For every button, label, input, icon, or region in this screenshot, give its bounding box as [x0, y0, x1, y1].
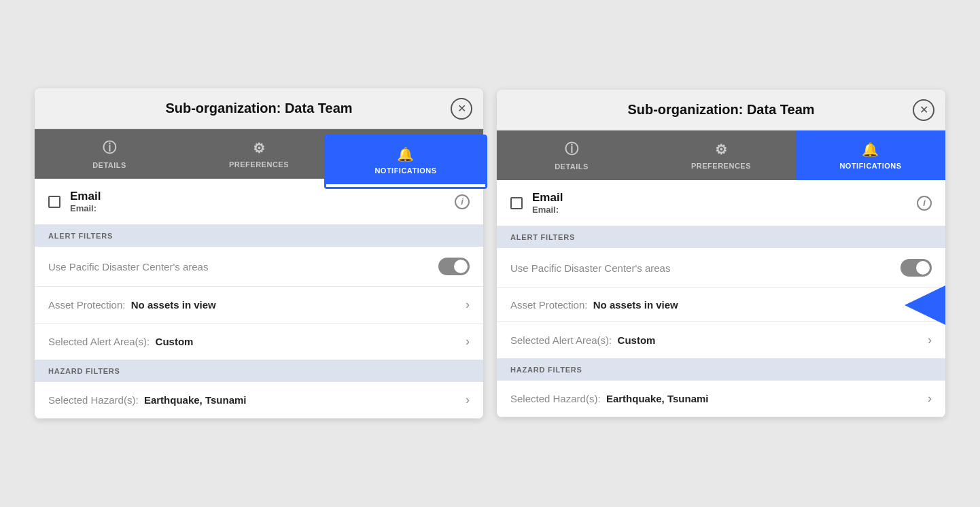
right-blue-arrow [905, 285, 945, 326]
right-asset-protection-row[interactable]: Asset Protection: No assets in view [497, 288, 945, 322]
left-selected-hazards-row[interactable]: Selected Hazard(s): Earthquake, Tsunami … [35, 382, 483, 419]
left-selected-hazards-chevron: › [466, 393, 470, 407]
right-tab-preferences[interactable]: ⚙ PREFERENCES [646, 130, 796, 180]
left-tab-details[interactable]: ⓘ DETAILS [35, 129, 184, 179]
right-notifications-icon: 🔔 [862, 141, 879, 158]
left-notifications-tab-label: NOTIFICATIONS [374, 167, 436, 175]
right-tab-details[interactable]: ⓘ DETAILS [497, 130, 646, 180]
right-selected-alert-chevron: › [928, 333, 932, 347]
right-tab-notifications-label: NOTIFICATIONS [839, 162, 901, 170]
left-email-sub: Email: [70, 203, 445, 213]
right-email-title: Email [532, 191, 907, 205]
right-asset-protection-value: No assets in view [593, 299, 678, 311]
left-pacific-disaster-toggle[interactable] [438, 258, 470, 275]
left-email-title: Email [70, 190, 445, 203]
right-tabs: ⓘ DETAILS ⚙ PREFERENCES 🔔 NOTIFICATIONS [497, 130, 945, 180]
right-panel-wrapper: Sub-organization: Data Team ✕ ⓘ DETAILS … [497, 90, 945, 417]
left-content: Email Email: i ALERT FILTERS Use Pacific… [35, 179, 483, 419]
right-content: Email Email: i ALERT FILTERS Use Pacific… [497, 180, 945, 417]
left-panel-title: Sub-organization: Data Team [165, 101, 352, 116]
right-selected-alert-label: Selected Alert Area(s): Custom [510, 334, 928, 346]
right-close-button[interactable]: ✕ [913, 99, 934, 121]
right-selected-hazards-row[interactable]: Selected Hazard(s): Earthquake, Tsunami … [497, 381, 945, 417]
right-tab-details-label: DETAILS [555, 162, 589, 171]
left-pacific-disaster-label: Use Pacific Disaster Center's areas [48, 261, 438, 273]
left-selected-alert-row[interactable]: Selected Alert Area(s): Custom › [35, 324, 483, 360]
right-email-label-group: Email Email: [532, 191, 907, 215]
right-panel-header: Sub-organization: Data Team ✕ [497, 90, 945, 130]
left-email-label-group: Email Email: [70, 190, 445, 213]
left-tab-preferences[interactable]: ⚙ PREFERENCES [184, 129, 334, 179]
left-selected-alert-value: Custom [156, 336, 194, 347]
left-notifications-bell-icon: 🔔 [397, 146, 415, 162]
right-selected-alert-row[interactable]: Selected Alert Area(s): Custom › [497, 322, 945, 359]
right-hazard-filters-header: HAZARD FILTERS [497, 359, 945, 381]
right-selected-hazards-value: Earthquake, Tsunami [606, 393, 709, 404]
right-alert-filters-header: ALERT FILTERS [497, 226, 945, 248]
preferences-icon: ⚙ [253, 140, 266, 156]
left-email-info-icon[interactable]: i [455, 194, 470, 209]
right-tab-preferences-label: PREFERENCES [691, 162, 751, 170]
left-asset-protection-row[interactable]: Asset Protection: No assets in view › [35, 287, 483, 324]
right-panel-title: Sub-organization: Data Team [627, 102, 814, 118]
left-close-button[interactable]: ✕ [451, 98, 472, 120]
left-notifications-highlight-box[interactable]: 🔔 NOTIFICATIONS [324, 135, 487, 189]
left-panel-wrapper: Sub-organization: Data Team ✕ ⓘ DETAILS … [35, 88, 483, 419]
left-pacific-disaster-row[interactable]: Use Pacific Disaster Center's areas [35, 247, 483, 287]
details-icon: ⓘ [103, 139, 117, 157]
right-email-info-icon[interactable]: i [917, 196, 932, 211]
left-hazard-filters-header: HAZARD FILTERS [35, 360, 483, 382]
right-pacific-disaster-label: Use Pacific Disaster Center's areas [510, 262, 900, 274]
left-panel-header: Sub-organization: Data Team ✕ [35, 88, 483, 129]
left-asset-protection-value: No assets in view [131, 299, 216, 311]
right-email-sub: Email: [532, 205, 907, 215]
right-selected-hazards-label: Selected Hazard(s): Earthquake, Tsunami [510, 393, 928, 404]
left-email-checkbox[interactable] [48, 196, 60, 208]
right-email-checkbox[interactable] [510, 197, 523, 209]
left-asset-protection-chevron: › [466, 298, 470, 312]
left-alert-filters-header: ALERT FILTERS [35, 225, 483, 247]
left-asset-protection-label: Asset Protection: No assets in view [48, 299, 466, 311]
right-pacific-disaster-row[interactable]: Use Pacific Disaster Center's areas [497, 248, 945, 288]
right-details-icon: ⓘ [565, 140, 579, 158]
right-tab-notifications[interactable]: 🔔 NOTIFICATIONS [796, 130, 945, 180]
right-asset-protection-label: Asset Protection: No assets in view [510, 299, 932, 311]
left-tab-details-label: DETAILS [92, 161, 126, 169]
right-email-section: Email Email: i [497, 180, 945, 226]
left-notifications-tab-inner[interactable]: 🔔 NOTIFICATIONS [326, 137, 485, 184]
left-tab-preferences-label: PREFERENCES [229, 160, 289, 169]
right-preferences-icon: ⚙ [715, 141, 728, 158]
right-selected-hazards-chevron: › [928, 391, 932, 406]
left-selected-hazards-value: Earthquake, Tsunami [144, 394, 247, 406]
right-selected-alert-value: Custom [618, 334, 656, 346]
right-pacific-disaster-toggle[interactable] [900, 259, 932, 277]
left-selected-alert-chevron: › [466, 334, 470, 349]
right-panel: Sub-organization: Data Team ✕ ⓘ DETAILS … [497, 90, 945, 417]
left-selected-hazards-label: Selected Hazard(s): Earthquake, Tsunami [48, 394, 466, 406]
left-selected-alert-label: Selected Alert Area(s): Custom [48, 336, 466, 347]
